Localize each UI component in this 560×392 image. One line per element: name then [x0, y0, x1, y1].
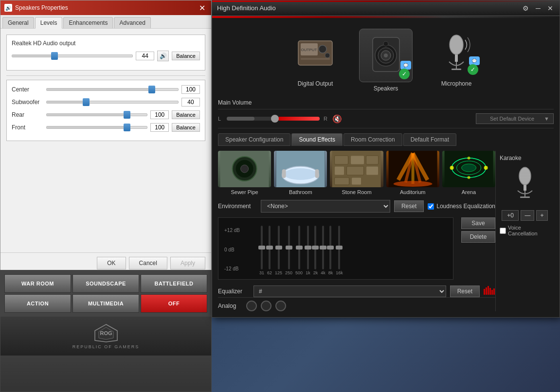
equalizer-preset-select[interactable]: #: [253, 285, 446, 297]
rear-balance-button[interactable]: Balance: [172, 110, 200, 119]
tab-levels[interactable]: Levels: [35, 17, 63, 29]
set-default-device-dropdown[interactable]: Set Default Device ▼: [476, 113, 554, 124]
eq-fader-track-62[interactable]: [269, 226, 271, 269]
rog-war-room-button[interactable]: WAR ROOM: [4, 274, 71, 293]
tab-enhancements[interactable]: Enhancements: [63, 17, 113, 28]
eq-fader-thumb-1k[interactable]: [305, 246, 311, 249]
eq-fader-thumb-500[interactable]: [296, 246, 303, 249]
eq-fader-thumb-62[interactable]: [266, 246, 273, 249]
voice-cancel-checkbox[interactable]: [500, 228, 506, 234]
center-label: Center: [12, 86, 43, 93]
tab-room-correction[interactable]: Room Correction: [343, 133, 402, 146]
rog-multimedia-button[interactable]: MULTIMEDIA: [72, 294, 139, 313]
stone-room-icon: [330, 151, 383, 187]
realtek-slider-track[interactable]: [12, 54, 133, 57]
save-button[interactable]: Save: [461, 217, 495, 229]
eq-fader-thumb-2k[interactable]: [312, 246, 319, 249]
svg-point-48: [461, 164, 476, 172]
eq-fader-track-8k[interactable]: [329, 226, 331, 269]
room-card-stone-room[interactable]: Stone Room: [330, 151, 383, 195]
cancel-button[interactable]: Cancel: [129, 257, 167, 269]
realtek-balance-button[interactable]: Balance: [172, 52, 200, 60]
set-default-label: Set Default Device: [480, 116, 544, 122]
eq-fader-thumb-125[interactable]: [275, 246, 282, 249]
rog-battlefield-button[interactable]: BATTLEFIELD: [141, 274, 207, 293]
eq-freq-250: 250: [285, 270, 292, 275]
eq-fader-track-1k[interactable]: [307, 226, 309, 269]
eq-fader-track-2k[interactable]: [314, 226, 316, 269]
eq-visualizer-button[interactable]: [484, 286, 495, 297]
eq-fader-thumb-16k[interactable]: [336, 246, 343, 249]
device-speakers[interactable]: 💬 ✓ Speakers: [359, 29, 413, 92]
eq-fader-thumb-31[interactable]: [258, 246, 265, 249]
tab-advanced[interactable]: Advanced: [114, 17, 150, 28]
hda-close-button[interactable]: ✕: [546, 4, 555, 12]
analog-circle-1: [246, 301, 257, 311]
loudness-checkbox[interactable]: [428, 203, 434, 210]
environment-reset-button[interactable]: Reset: [394, 200, 424, 212]
volume-track[interactable]: [227, 117, 320, 121]
eq-fader-track-16k[interactable]: [338, 226, 340, 269]
subwoofer-value: 40: [181, 98, 200, 107]
eq-fader-thumb-4k[interactable]: [320, 246, 326, 249]
center-row: Center 100: [12, 85, 200, 94]
rog-soundscape-button[interactable]: SOUNDSCAPE: [72, 274, 139, 293]
svg-rect-32: [366, 156, 379, 164]
hda-controls: ⚙ ─ ✕: [521, 4, 555, 12]
eq-reset-button[interactable]: Reset: [450, 285, 480, 297]
karaoke-panel: Karaoke +0 —: [495, 151, 554, 311]
db-zero: 0 dB: [224, 247, 243, 252]
front-balance-button[interactable]: Balance: [172, 123, 200, 132]
rog-off-button[interactable]: OFF: [141, 294, 207, 313]
ok-button[interactable]: OK: [97, 257, 126, 269]
device-microphone[interactable]: 💬 ✓ Microphone: [432, 29, 481, 92]
tab-sound-effects[interactable]: Sound Effects: [291, 133, 343, 146]
volume-mute-button[interactable]: 🔇: [332, 114, 342, 124]
eq-fader-track-500[interactable]: [298, 226, 300, 269]
svg-rect-33: [335, 166, 344, 175]
eq-fader-thumb-8k[interactable]: [327, 246, 334, 249]
pitch-minus-button[interactable]: —: [521, 210, 534, 221]
speakers-close-button[interactable]: ✕: [197, 3, 207, 13]
device-digital-output[interactable]: OUTPUT Digital Output: [291, 29, 340, 92]
rear-slider[interactable]: [46, 113, 147, 116]
hda-settings-button[interactable]: ⚙: [521, 4, 530, 12]
tab-general[interactable]: General: [2, 17, 34, 28]
tab-speaker-config[interactable]: Speaker Configuration: [218, 133, 290, 146]
eq-fader-track-31[interactable]: [261, 226, 263, 269]
rear-value: 100: [150, 110, 169, 119]
eq-fader-track-4k[interactable]: [322, 226, 324, 269]
main-volume-label: Main Volume: [218, 99, 252, 106]
delete-button[interactable]: Delete: [461, 231, 495, 243]
room-card-sewer-pipe[interactable]: Sewer Pipe: [218, 151, 271, 195]
front-slider[interactable]: [46, 126, 147, 129]
svg-rect-16: [455, 54, 458, 62]
room-card-auditorium[interactable]: Auditorium: [386, 151, 439, 195]
center-slider[interactable]: [46, 88, 179, 91]
pitch-plus-button[interactable]: +: [536, 210, 547, 221]
speakers-label: Speakers: [374, 85, 398, 92]
arena-icon: [442, 151, 495, 187]
speakers-check-badge: ✓: [399, 69, 410, 79]
front-label: Front: [12, 124, 43, 131]
hda-minimize-button[interactable]: ─: [534, 4, 542, 12]
apply-button[interactable]: Apply: [170, 257, 205, 269]
svg-rect-55: [488, 286, 489, 295]
room-card-arena[interactable]: Arena: [442, 151, 495, 195]
vol-r-label: R: [324, 116, 328, 122]
svg-point-50: [484, 166, 488, 170]
vol-l-label: L: [218, 116, 223, 122]
rog-action-button[interactable]: ACTION: [4, 294, 71, 313]
hda-accent-bar: [212, 0, 560, 2]
subwoofer-slider[interactable]: [46, 101, 179, 104]
realtek-mute-button[interactable]: 🔊: [157, 51, 169, 61]
environment-select[interactable]: <None>: [261, 200, 390, 213]
auditorium-icon: [386, 151, 439, 187]
eq-fader-thumb-250[interactable]: [286, 246, 292, 249]
eq-fader-track-125[interactable]: [278, 226, 280, 269]
eq-fader-track-250[interactable]: [288, 226, 290, 269]
room-card-bathroom[interactable]: Bathroom: [274, 151, 327, 195]
svg-point-26: [284, 168, 317, 180]
tab-default-format[interactable]: Default Format: [403, 133, 456, 146]
svg-point-7: [325, 53, 330, 58]
